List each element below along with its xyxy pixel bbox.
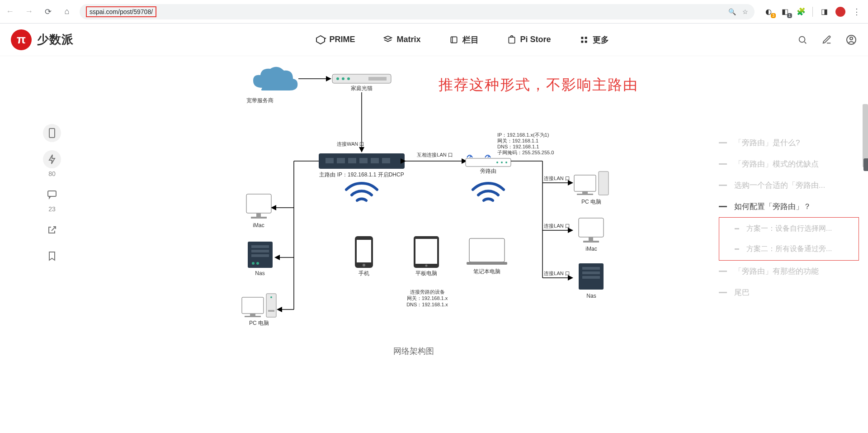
svg-point-30: [505, 162, 507, 163]
url-bar[interactable]: sspai.com/post/59708/ 🔍 ☆: [80, 4, 755, 19]
toc-item[interactable]: 尾巴: [719, 282, 859, 303]
svg-rect-71: [589, 237, 593, 241]
user-icon[interactable]: [845, 34, 857, 46]
svg-rect-11: [48, 191, 56, 196]
svg-point-50: [270, 296, 272, 298]
svg-point-9: [850, 37, 853, 40]
article-content: 推荐这种形式，不影响主路由 宽带服务商 家庭光猫: [104, 56, 719, 433]
svg-point-28: [496, 162, 498, 163]
svg-rect-76: [582, 276, 600, 279]
svg-rect-5: [581, 40, 583, 43]
svg-rect-47: [250, 314, 255, 316]
extension-area: ◐3 ◧1 🧩 ◨: [761, 7, 864, 17]
svg-point-14: [336, 77, 339, 80]
svg-point-29: [501, 162, 503, 163]
nav-pistore[interactable]: Pi Store: [507, 35, 551, 45]
svg-rect-20: [326, 158, 334, 163]
header-actions: [797, 34, 857, 46]
reload-button[interactable]: ⟳: [42, 5, 54, 18]
toc-item-active[interactable]: 如何配置「旁路由」？: [719, 196, 859, 217]
label-wan: 连接WAN 口: [337, 141, 364, 147]
svg-rect-27: [466, 158, 511, 167]
label-main-router: 主路由 IP：192.168.1.1 开启DHCP: [319, 171, 404, 178]
page-scrollbar[interactable]: [863, 104, 868, 167]
dhcp-info: 连接旁路的设备网关：192.168.1.xDNS：192.168.1.x: [406, 289, 448, 307]
side-router-info: IP：192.168.1.x(不为1)网关：192.168.1.1DNS：192…: [497, 132, 554, 155]
svg-rect-59: [467, 262, 507, 265]
svg-rect-51: [268, 310, 274, 312]
svg-rect-2: [509, 37, 514, 43]
label-lan-2: 连接LAN 口: [544, 223, 570, 228]
nav-prime[interactable]: PRIME: [316, 35, 355, 45]
nav-more[interactable]: 更多: [579, 34, 609, 45]
svg-point-57: [425, 265, 428, 267]
svg-point-45: [256, 262, 259, 265]
svg-rect-17: [368, 77, 387, 81]
back-button[interactable]: ←: [4, 5, 16, 18]
svg-rect-75: [582, 271, 600, 274]
search-icon[interactable]: [797, 34, 808, 46]
toc-subitem[interactable]: 方案一：设备自行选择网...: [719, 219, 859, 239]
svg-rect-6: [585, 40, 587, 43]
svg-rect-37: [246, 194, 271, 213]
columns-icon: [449, 35, 459, 45]
toc-item[interactable]: 选购一个合适的「旁路由...: [719, 175, 859, 196]
sidepanel-icon[interactable]: ◨: [819, 7, 829, 17]
nav-columns[interactable]: 栏目: [449, 34, 479, 45]
page-body: 80 23 推荐这种形式，不影响主路由 宽带服务商: [0, 56, 868, 433]
rail-device-icon[interactable]: [43, 124, 61, 142]
svg-point-16: [347, 77, 350, 80]
svg-rect-10: [49, 128, 55, 138]
svg-rect-70: [579, 218, 604, 237]
profile-avatar[interactable]: [835, 7, 845, 17]
svg-rect-69: [599, 171, 609, 195]
extensions-icon[interactable]: 🧩: [796, 7, 806, 17]
svg-point-44: [252, 262, 255, 265]
label-nas-left: Nas: [255, 270, 264, 276]
rail-comment-icon[interactable]: [43, 186, 61, 204]
svg-point-7: [799, 36, 805, 42]
url-text: sspai.com/post/59708/: [86, 6, 156, 17]
label-pc-left: PC 电脑: [249, 320, 269, 326]
main-nav: PRIME Matrix 栏目 Pi Store 更多: [261, 34, 609, 45]
chrome-menu-icon[interactable]: [852, 7, 862, 17]
label-pc-right: PC 电脑: [581, 199, 601, 205]
toc-item[interactable]: 「旁路由」模式的优缺点: [719, 153, 859, 175]
prime-icon: [316, 35, 326, 45]
svg-rect-3: [581, 37, 583, 39]
side-tab-handle[interactable]: [863, 158, 868, 171]
extension-2-icon[interactable]: ◧1: [780, 7, 790, 17]
svg-rect-38: [256, 213, 261, 217]
svg-rect-66: [574, 175, 596, 191]
comment-count: 23: [48, 205, 56, 213]
site-logo[interactable]: π 少数派: [11, 29, 74, 50]
toc-item[interactable]: 「旁路由」有那些的功能: [719, 261, 859, 282]
browser-chrome: ← → ⟳ ⌂ sspai.com/post/59708/ 🔍 ☆ ◐3 ◧1 …: [0, 0, 868, 24]
toc-item[interactable]: 「旁路由」是什么?: [719, 132, 859, 153]
rail-share-icon[interactable]: [43, 221, 61, 239]
site-header: π 少数派 PRIME Matrix 栏目 Pi Store 更多: [0, 24, 868, 56]
toc-subitem[interactable]: 方案二：所有设备通过旁...: [719, 239, 859, 259]
label-imac-right: iMac: [585, 246, 597, 252]
write-icon[interactable]: [821, 34, 833, 46]
label-interlan: 互相连接LAN 口: [417, 152, 453, 157]
zap-count: 80: [48, 170, 56, 177]
label-side-router: 旁路由: [480, 168, 496, 174]
zoom-icon[interactable]: 🔍: [728, 8, 736, 15]
forward-button[interactable]: →: [23, 5, 35, 18]
bookmark-star-icon[interactable]: ☆: [742, 8, 748, 15]
more-icon: [579, 35, 589, 45]
svg-marker-0: [316, 36, 325, 44]
extension-1-icon[interactable]: ◐3: [764, 7, 774, 17]
svg-text:IP：192.168.1.x(不为1)网关：192.168.: IP：192.168.1.x(不为1)网关：192.168.1.1DNS：192…: [497, 132, 554, 155]
divider: [812, 7, 813, 17]
svg-rect-42: [251, 250, 269, 252]
nav-matrix[interactable]: Matrix: [383, 35, 420, 45]
home-button[interactable]: ⌂: [61, 5, 73, 18]
svg-rect-1: [451, 37, 457, 43]
svg-point-54: [363, 264, 365, 266]
label-nas-right: Nas: [586, 293, 596, 299]
logo-text: 少数派: [37, 32, 74, 48]
rail-zap-icon[interactable]: [43, 150, 61, 168]
rail-bookmark-icon[interactable]: [43, 247, 61, 265]
